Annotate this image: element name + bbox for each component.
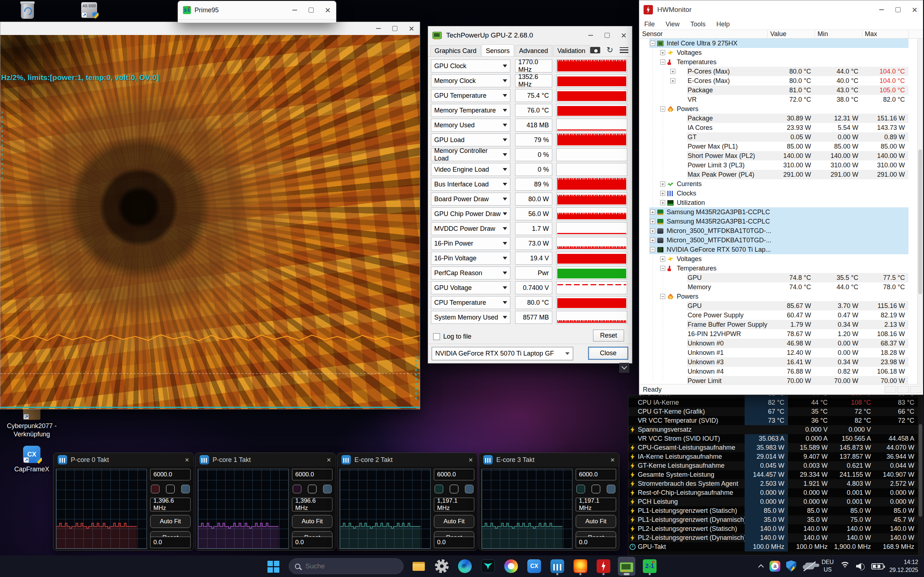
file-explorer-icon[interactable]: [410, 557, 427, 575]
sensor-row[interactable]: IA-Kerne Leistungsaufnahme 29.014 W 9.40…: [628, 452, 918, 461]
close-button[interactable]: [403, 22, 420, 35]
color-swatch[interactable]: [465, 485, 473, 493]
column-max[interactable]: Max: [865, 30, 877, 38]
sensor-row[interactable]: PCH Leistung 0.000 W 0.000 W 0.001 W 0.0…: [628, 497, 918, 506]
color-swatch[interactable]: [181, 485, 190, 493]
core-clock-graphs-icon[interactable]: [549, 557, 566, 575]
prime95-icon[interactable]: [641, 557, 658, 575]
column-min[interactable]: Min: [817, 30, 828, 38]
paint-icon[interactable]: [502, 557, 520, 575]
expand-toggle-icon[interactable]: [660, 200, 665, 205]
expand-toggle-icon[interactable]: [660, 266, 665, 271]
y-max-field[interactable]: 6000.0: [150, 469, 191, 480]
tree-row[interactable]: Max Peak Power (PL4) 291.00 W 291.00 W 2…: [639, 170, 917, 179]
tree-row[interactable]: IA Cores 23.93 W 5.54 W 143.73 W: [639, 123, 917, 132]
y-min-field[interactable]: 0.0: [434, 537, 474, 548]
minimize-button[interactable]: [582, 26, 599, 44]
tree-row[interactable]: Clocks: [639, 189, 917, 198]
search-input[interactable]: [305, 562, 377, 571]
sensor-selector[interactable]: Bus Interface Load: [431, 178, 510, 191]
color-swatch[interactable]: [323, 485, 332, 493]
tree-row[interactable]: Power Max (PL1) 85.00 W 85.00 W 85.00 W: [639, 142, 917, 151]
close-icon[interactable]: ×: [185, 456, 189, 464]
series-color-swatch[interactable]: [435, 485, 443, 493]
tree-row[interactable]: Temperatures: [639, 264, 917, 273]
auto-fit-button[interactable]: Auto Fit: [292, 515, 333, 528]
windows-security-icon[interactable]: [786, 561, 796, 572]
sensor-row[interactable]: CPU IA-Kerne 82 °C 44 °C 108 °C 83 °C: [628, 398, 918, 407]
acer-app-tray-icon[interactable]: [769, 561, 780, 572]
sensor-selector[interactable]: 16-Pin Voltage: [431, 252, 510, 265]
tree-row[interactable]: Unknown #1 12.40 W 0.00 W 18.28 W: [639, 348, 917, 357]
tree-row[interactable]: Frame Buffer Power Supply 1.79 W 0.34 W …: [639, 320, 917, 329]
tree-row[interactable]: Package 30.89 W 12.31 W 151.16 W: [639, 114, 917, 123]
sensor-selector[interactable]: GPU Voltage: [431, 281, 510, 294]
menu-item[interactable]: Help: [716, 21, 730, 28]
tree-row[interactable]: 16-PIN 12VHPWR 78.67 W 1.20 W 108.16 W: [639, 329, 917, 338]
close-dialog-button[interactable]: Close: [588, 347, 628, 360]
sensor-selector[interactable]: PerfCap Reason: [431, 266, 510, 279]
expand-toggle-icon[interactable]: [660, 181, 665, 187]
menu-item[interactable]: View: [666, 21, 680, 28]
wifi-icon[interactable]: [840, 562, 850, 571]
keyboard-language-switcher[interactable]: DEUUS: [822, 559, 834, 574]
sensor-row[interactable]: PL2-Leistungsgrenzwert (Dynamisch) 140.0…: [628, 533, 918, 542]
y-min-field[interactable]: 0.0: [292, 537, 333, 548]
tree-row[interactable]: P-Cores (Max) 80.0 °C 44.0 °C 104.0 °C: [639, 67, 917, 76]
sensor-selector[interactable]: CPU Temperature: [431, 296, 510, 309]
sensor-row[interactable]: PL1-Leistungsgrenzwert (Dynamisch) 35.0 …: [628, 515, 918, 524]
desktop-icon-as-ssd[interactable]: [81, 2, 97, 18]
sensor-row[interactable]: CPU-Paket 82 °C 44 °C 108 °C 83 °C: [628, 395, 918, 398]
minimize-button[interactable]: [286, 1, 303, 19]
tree-row[interactable]: Micron_3500_MTFDKBA1T0TGD-...: [639, 226, 917, 235]
sensor-row[interactable]: GPU-Takt 100.0 MHz 100.0 MHz 1,900.0 MHz…: [628, 542, 918, 551]
tree-row[interactable]: Voltages: [639, 48, 917, 57]
expand-toggle-icon[interactable]: [660, 60, 665, 64]
tree-row[interactable]: E-Cores (Max) 80.0 °C 40.0 °C 104.0 °C: [639, 76, 917, 85]
y-max-field[interactable]: 6000.0: [292, 469, 333, 480]
close-button[interactable]: [906, 0, 923, 19]
screenshot-icon[interactable]: [590, 47, 600, 53]
tree-row[interactable]: GPU 85.67 W 3.70 W 115.16 W: [639, 301, 917, 311]
expand-toggle-icon[interactable]: [650, 210, 655, 214]
sensor-selector[interactable]: MVDDC Power Draw: [431, 222, 510, 235]
desktop-icon-recycle-bin[interactable]: [21, 3, 34, 19]
y-min-field[interactable]: 0.0: [576, 537, 616, 548]
expand-toggle-icon[interactable]: [650, 219, 655, 224]
sensor-row[interactable]: VR VCC Temperatur (SVID) 73 °C 36 °C 82 …: [628, 416, 918, 425]
tree-row[interactable]: Samsung M435R2GA3PB1-CCPLC: [639, 207, 917, 217]
color-swatch[interactable]: [450, 485, 459, 493]
expand-toggle-icon[interactable]: [660, 191, 665, 196]
expand-toggle-icon[interactable]: [650, 238, 655, 243]
edge-browser-icon[interactable]: [456, 557, 473, 575]
expand-toggle-icon[interactable]: [650, 228, 655, 233]
tree-row[interactable]: Voltages: [639, 254, 917, 264]
close-button[interactable]: [615, 26, 632, 44]
log-to-file-checkbox[interactable]: [433, 333, 440, 340]
sensor-row[interactable]: VR VCC Strom (SVID IOUT) 35.063 A 0.000 …: [628, 434, 918, 443]
clock-date[interactable]: 14:1229.12.2025: [889, 558, 918, 574]
expand-toggle-icon[interactable]: [670, 69, 675, 74]
sensor-row[interactable]: Gesamte System-Leistung 144.457 W 29.334…: [628, 470, 918, 479]
series-color-swatch[interactable]: [293, 485, 301, 493]
color-swatch[interactable]: [607, 485, 615, 493]
tree-row[interactable]: Power Limit 3 (PL3) 310.00 W 310.00 W 31…: [639, 161, 917, 170]
predator-sense-icon[interactable]: [479, 557, 497, 575]
sensor-selector[interactable]: Memory Controller Load: [431, 148, 510, 161]
scrollbar[interactable]: [918, 395, 923, 555]
tree-row[interactable]: Currents: [639, 179, 917, 189]
refresh-icon[interactable]: ↻: [607, 46, 613, 54]
y-min-field[interactable]: 0.0: [150, 537, 191, 548]
maximize-button[interactable]: [303, 1, 320, 19]
menu-item[interactable]: Tools: [690, 21, 706, 28]
reset-button[interactable]: Reset: [593, 330, 624, 342]
gpu-z-icon[interactable]: [618, 557, 635, 575]
sensor-row[interactable]: CPU-Gesamt-Leistungsaufnahme 35.983 W 15…: [628, 443, 918, 452]
sensor-row[interactable]: CPU GT-Kerne (Grafik) 67 °C 35 °C 72 °C …: [628, 407, 918, 416]
sensor-selector[interactable]: Memory Used: [431, 119, 510, 132]
tree-row[interactable]: Powers: [639, 104, 917, 114]
expand-toggle-icon[interactable]: [660, 106, 665, 111]
y-max-field[interactable]: 6000.0: [434, 469, 474, 480]
tree-row[interactable]: Unknown #3 16.41 W 0.34 W 23.98 W: [639, 357, 917, 367]
expand-toggle-icon[interactable]: [650, 247, 655, 252]
